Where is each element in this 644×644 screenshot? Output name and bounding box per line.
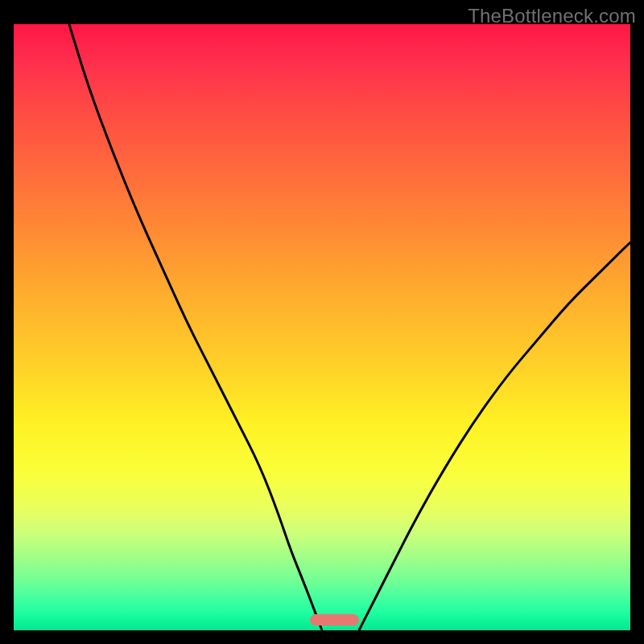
plot-area — [14, 24, 630, 630]
bottleneck-curve — [14, 24, 630, 630]
attribution-text: TheBottleneck.com — [468, 5, 636, 27]
curve-right — [359, 242, 630, 630]
chart-frame: TheBottleneck.com — [0, 0, 644, 644]
curve-left — [69, 24, 322, 630]
minimum-marker — [310, 614, 359, 625]
